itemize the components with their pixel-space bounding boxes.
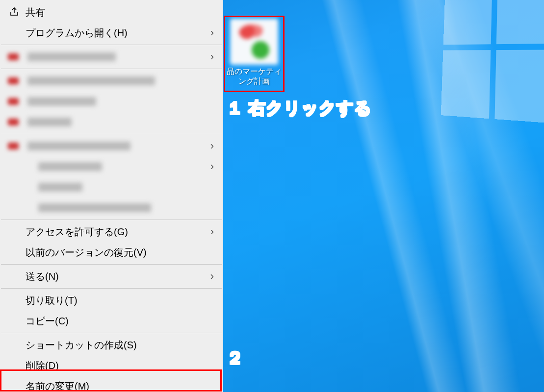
menu-delete-label: 削除(D)	[26, 359, 214, 372]
menu-cut-label: 切り取り(T)	[26, 294, 214, 307]
menu-rename[interactable]: 名前の変更(M)	[0, 376, 223, 392]
menu-separator	[1, 264, 222, 265]
blurred-label	[38, 203, 151, 212]
blurred-app-icon	[8, 143, 19, 149]
menu-open-with-label: プログラムから開く(H)	[26, 26, 210, 40]
blurred-app-icon	[8, 53, 19, 60]
menu-blurred-item[interactable]	[0, 91, 223, 112]
blurred-label	[27, 76, 155, 85]
blurred-label	[27, 142, 130, 150]
menu-separator	[1, 69, 222, 69]
menu-create-shortcut[interactable]: ショートカットの作成(S)	[0, 335, 223, 355]
chevron-right-icon: ›	[210, 270, 214, 283]
menu-separator	[1, 45, 222, 45]
share-icon	[9, 6, 26, 18]
menu-open-with[interactable]: プログラムから開く(H) ›	[0, 23, 223, 43]
chevron-right-icon: ›	[210, 26, 214, 39]
context-menu: 共有 プログラムから開く(H) › › › › アクセ	[0, 0, 223, 392]
menu-delete[interactable]: 削除(D)	[0, 355, 223, 376]
menu-rename-label: 名前の変更(M)	[26, 380, 214, 392]
blurred-app-icon	[8, 98, 19, 105]
menu-create-shortcut-label: ショートカットの作成(S)	[26, 339, 214, 352]
chevron-right-icon: ›	[210, 50, 214, 63]
file-thumbnail	[230, 19, 278, 65]
annotation-step1: １ 右クリックする	[227, 97, 372, 120]
menu-blurred-item[interactable]	[0, 177, 223, 197]
menu-blurred-item[interactable]	[0, 197, 223, 218]
menu-cut[interactable]: 切り取り(T)	[0, 290, 223, 311]
menu-send-to-label: 送る(N)	[26, 270, 210, 283]
blurred-app-icon	[8, 77, 19, 84]
menu-blurred-item[interactable]: ›	[0, 156, 223, 177]
menu-share[interactable]: 共有	[0, 2, 223, 23]
annotation-step2: ２	[227, 347, 244, 369]
menu-grant-access-label: アクセスを許可する(G)	[26, 225, 210, 239]
menu-copy-label: コピー(C)	[26, 315, 214, 328]
desktop-file-icon[interactable]: 品のマーケティング計画	[225, 17, 284, 91]
menu-blurred-item[interactable]: ›	[0, 136, 223, 156]
windows-logo	[441, 0, 544, 123]
menu-blurred-item[interactable]	[0, 71, 223, 91]
menu-blurred-item[interactable]: ›	[0, 47, 223, 67]
menu-separator	[1, 220, 222, 220]
menu-send-to[interactable]: 送る(N) ›	[0, 266, 223, 287]
menu-separator	[1, 134, 222, 134]
menu-copy[interactable]: コピー(C)	[0, 311, 223, 331]
blurred-label	[27, 52, 116, 61]
blurred-label	[38, 162, 102, 171]
blurred-label	[27, 118, 72, 126]
blurred-label	[38, 183, 82, 192]
menu-restore-versions[interactable]: 以前のバージョンの復元(V)	[0, 242, 223, 263]
file-label: 品のマーケティング計画	[225, 67, 284, 86]
menu-share-label: 共有	[26, 6, 214, 19]
chevron-right-icon: ›	[210, 160, 214, 173]
menu-separator	[1, 288, 222, 289]
menu-separator	[1, 333, 222, 333]
blurred-label	[27, 97, 96, 106]
menu-grant-access[interactable]: アクセスを許可する(G) ›	[0, 221, 223, 242]
chevron-right-icon: ›	[210, 140, 214, 152]
blurred-app-icon	[8, 119, 19, 125]
menu-restore-versions-label: 以前のバージョンの復元(V)	[26, 246, 214, 259]
menu-blurred-item[interactable]	[0, 112, 223, 132]
chevron-right-icon: ›	[210, 225, 214, 238]
